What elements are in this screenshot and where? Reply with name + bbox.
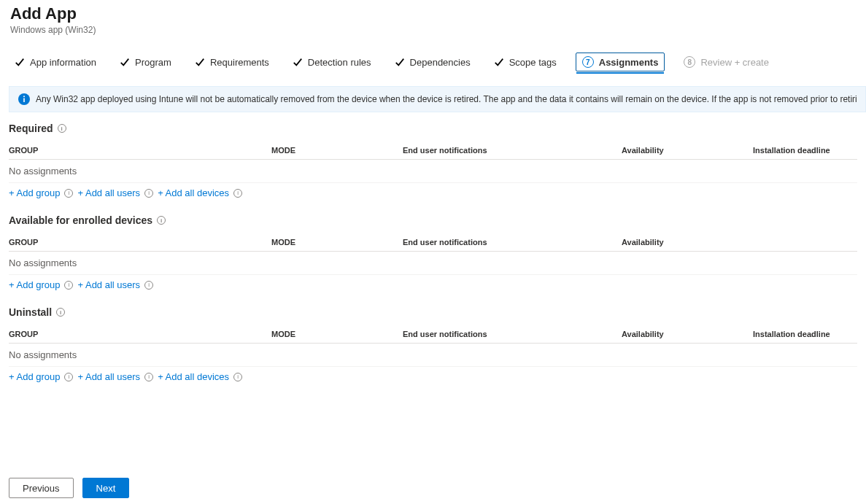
- table-row: No assignments: [9, 160, 857, 183]
- page-subtitle: Windows app (Win32): [10, 25, 856, 35]
- step-number-icon: 7: [582, 56, 594, 68]
- help-icon[interactable]: i: [64, 281, 73, 290]
- page-title: Add App: [10, 4, 856, 23]
- check-icon: [293, 57, 303, 67]
- add-all-users-link[interactable]: + Add all users: [77, 187, 140, 198]
- add-all-users-link[interactable]: + Add all users: [77, 279, 140, 290]
- check-icon: [494, 57, 504, 67]
- help-icon[interactable]: i: [58, 124, 66, 133]
- help-icon[interactable]: i: [144, 281, 153, 290]
- add-group-link[interactable]: + Add group: [9, 279, 60, 290]
- table-row: No assignments: [9, 344, 857, 367]
- col-mode: MODE: [271, 238, 403, 247]
- help-icon[interactable]: i: [233, 373, 242, 381]
- section-title-text: Required: [9, 123, 53, 134]
- step-scope-tags[interactable]: Scope tags: [490, 54, 561, 71]
- wizard-steps: App information Program Requirements Det…: [0, 38, 866, 79]
- add-all-devices-link[interactable]: + Add all devices: [158, 371, 229, 382]
- help-icon[interactable]: i: [144, 189, 153, 198]
- add-group-link[interactable]: + Add group: [9, 371, 60, 382]
- section-title-text: Available for enrolled devices: [9, 214, 152, 226]
- footer-buttons: Previous Next: [9, 478, 129, 498]
- available-table: GROUP MODE End user notifications Availa…: [9, 235, 857, 275]
- check-icon: [120, 57, 130, 67]
- add-group-link[interactable]: + Add group: [9, 187, 60, 198]
- next-button[interactable]: Next: [82, 478, 130, 498]
- svg-point-2: [23, 96, 25, 97]
- step-label: Program: [135, 57, 171, 68]
- step-assignments[interactable]: 7 Assignments: [576, 53, 665, 71]
- help-icon[interactable]: i: [56, 308, 65, 317]
- section-title-available: Available for enrolled devices i: [9, 214, 857, 226]
- no-assignments-text: No assignments: [9, 257, 271, 268]
- step-label: Review + create: [700, 57, 769, 68]
- col-notif: End user notifications: [403, 330, 622, 338]
- step-label: Assignments: [599, 57, 659, 68]
- add-all-devices-link[interactable]: + Add all devices: [158, 187, 229, 198]
- col-avail: Availability: [622, 330, 753, 338]
- section-title-uninstall: Uninstall i: [9, 306, 857, 318]
- required-table: GROUP MODE End user notifications Availa…: [9, 143, 857, 183]
- col-avail: Availability: [622, 146, 753, 155]
- step-app-information[interactable]: App information: [10, 54, 101, 71]
- section-available: Available for enrolled devices i GROUP M…: [9, 214, 857, 290]
- col-group: GROUP: [9, 146, 271, 155]
- previous-button[interactable]: Previous: [9, 478, 74, 498]
- no-assignments-text: No assignments: [9, 166, 271, 177]
- col-deadline: Installation deadline: [753, 146, 857, 155]
- col-mode: MODE: [271, 330, 403, 338]
- svg-rect-1: [23, 98, 25, 103]
- col-notif: End user notifications: [403, 238, 622, 247]
- available-actions: + Add groupi + Add all usersi: [9, 279, 857, 290]
- step-label: Requirements: [210, 57, 269, 68]
- page-header: Add App Windows app (Win32): [0, 0, 866, 38]
- add-all-users-link[interactable]: + Add all users: [77, 371, 140, 382]
- col-deadline: Installation deadline: [753, 330, 857, 338]
- info-icon: [18, 93, 30, 105]
- help-icon[interactable]: i: [64, 189, 73, 198]
- uninstall-table: GROUP MODE End user notifications Availa…: [9, 327, 857, 367]
- step-label: Dependencies: [410, 57, 471, 68]
- check-icon: [15, 57, 25, 67]
- col-notif: End user notifications: [403, 146, 622, 155]
- col-mode: MODE: [271, 146, 403, 155]
- step-program[interactable]: Program: [115, 54, 176, 71]
- table-row: No assignments: [9, 252, 857, 275]
- col-group: GROUP: [9, 330, 271, 338]
- check-icon: [195, 57, 205, 67]
- step-label: Scope tags: [509, 57, 557, 68]
- table-header: GROUP MODE End user notifications Availa…: [9, 327, 857, 344]
- col-group: GROUP: [9, 238, 271, 247]
- help-icon[interactable]: i: [144, 373, 153, 381]
- uninstall-actions: + Add groupi + Add all usersi + Add all …: [9, 371, 857, 382]
- table-header: GROUP MODE End user notifications Availa…: [9, 143, 857, 160]
- step-review-create: 8 Review + create: [679, 53, 773, 71]
- step-number-icon: 8: [684, 56, 695, 68]
- col-avail: Availability: [622, 238, 857, 247]
- info-banner-text: Any Win32 app deployed using Intune will…: [36, 94, 857, 104]
- no-assignments-text: No assignments: [9, 349, 271, 360]
- info-banner: Any Win32 app deployed using Intune will…: [9, 86, 866, 112]
- table-header: GROUP MODE End user notifications Availa…: [9, 235, 857, 252]
- help-icon[interactable]: i: [157, 216, 166, 225]
- section-required: Required i GROUP MODE End user notificat…: [9, 123, 857, 198]
- check-icon: [395, 57, 405, 67]
- help-icon[interactable]: i: [64, 373, 73, 381]
- section-uninstall: Uninstall i GROUP MODE End user notifica…: [9, 306, 857, 382]
- help-icon[interactable]: i: [233, 189, 242, 198]
- section-title-text: Uninstall: [9, 306, 52, 318]
- step-detection-rules[interactable]: Detection rules: [288, 54, 376, 71]
- step-label: App information: [30, 57, 96, 68]
- step-requirements[interactable]: Requirements: [190, 54, 274, 71]
- step-dependencies[interactable]: Dependencies: [390, 54, 475, 71]
- step-label: Detection rules: [308, 57, 371, 68]
- required-actions: + Add groupi + Add all usersi + Add all …: [9, 187, 857, 198]
- section-title-required: Required i: [9, 123, 857, 134]
